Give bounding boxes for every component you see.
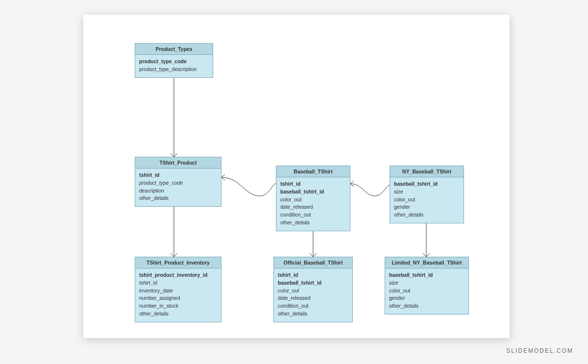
entity-title: TShirt_Product_Inventory: [135, 257, 221, 268]
attr: tshirt_product_inventory_id: [139, 271, 217, 279]
entity-body: tshirt_id product_type_code description …: [135, 169, 221, 206]
diagram-canvas: Product_Types product_type_code product_…: [83, 15, 510, 338]
entity-baseball-tshirt: Baseball_TShirt tshirt_id baseball_tshir…: [276, 166, 350, 231]
entity-title: TShirt_Product: [135, 157, 221, 169]
entity-title: Limited_NY_Baseball_TShirt: [385, 257, 468, 268]
entity-tshirt-product: TShirt_Product tshirt_id product_type_co…: [135, 157, 221, 207]
attr: number_in_stock: [139, 302, 217, 310]
attr: product_type_description: [139, 66, 209, 73]
attr: gender: [389, 294, 465, 302]
entity-title: NY_Baseball_TShirt: [390, 166, 464, 177]
attr: baseball_tshirt_id: [394, 180, 460, 188]
entity-ny-baseball-tshirt: NY_Baseball_TShirt baseball_tshirt_id si…: [390, 166, 464, 223]
attr: inventory_date: [139, 287, 217, 295]
entity-body: product_type_code product_type_descripti…: [135, 55, 213, 77]
entity-title: Product_Types: [135, 44, 213, 55]
entity-body: baseball_tshirt_id size color_out gender…: [385, 268, 468, 314]
attr: other_details: [280, 219, 346, 227]
entity-body: tshirt_product_inventory_id tshirt_id in…: [135, 268, 221, 322]
attr: other_details: [389, 302, 465, 310]
entity-tshirt-product-inventory: TShirt_Product_Inventory tshirt_product_…: [135, 257, 221, 322]
attr: tshirt_id: [139, 171, 217, 179]
attr: color_out: [278, 287, 348, 295]
attr: tshirt_id: [278, 271, 348, 279]
entity-limited-ny-baseball-tshirt: Limited_NY_Baseball_TShirt baseball_tshi…: [385, 257, 469, 315]
entity-title: Official_Baseball_TShirt: [274, 257, 352, 268]
attr: baseball_tshirt_id: [280, 188, 346, 196]
attr: other_details: [139, 194, 217, 202]
attr: other_details: [278, 310, 348, 318]
attr: tshirt_id: [139, 279, 217, 287]
entity-body: tshirt_id baseball_tshirt_id color_out d…: [274, 268, 352, 322]
attr: condition_out: [278, 302, 348, 310]
attr: number_assigned: [139, 294, 217, 302]
attr: baseball_tshirt_id: [389, 271, 465, 279]
entity-product-types: Product_Types product_type_code product_…: [135, 43, 213, 78]
watermark: SLIDEMODEL.COM: [506, 347, 573, 354]
entity-official-baseball-tshirt: Official_Baseball_TShirt tshirt_id baseb…: [273, 257, 353, 322]
attr: date_released: [280, 203, 346, 211]
attr: other_details: [139, 310, 217, 318]
entity-body: baseball_tshirt_id size color_out gender…: [390, 177, 464, 223]
entity-title: Baseball_TShirt: [276, 166, 350, 177]
attr: condition_out: [280, 211, 346, 219]
attr: color_out: [394, 196, 460, 204]
attr: color_out: [389, 287, 465, 295]
attr: baseball_tshirt_id: [278, 279, 348, 287]
attr: tshirt_id: [280, 180, 346, 188]
attr: product_type_code: [139, 58, 209, 66]
attr: gender: [394, 203, 460, 211]
attr: other_details: [394, 211, 460, 219]
attr: description: [139, 187, 217, 195]
attr: date_released: [278, 294, 348, 302]
entity-body: tshirt_id baseball_tshirt_id color_out d…: [276, 177, 350, 231]
attr: size: [389, 279, 465, 287]
attr: product_type_code: [139, 179, 217, 187]
attr: color_out: [280, 196, 346, 204]
attr: size: [394, 188, 460, 196]
